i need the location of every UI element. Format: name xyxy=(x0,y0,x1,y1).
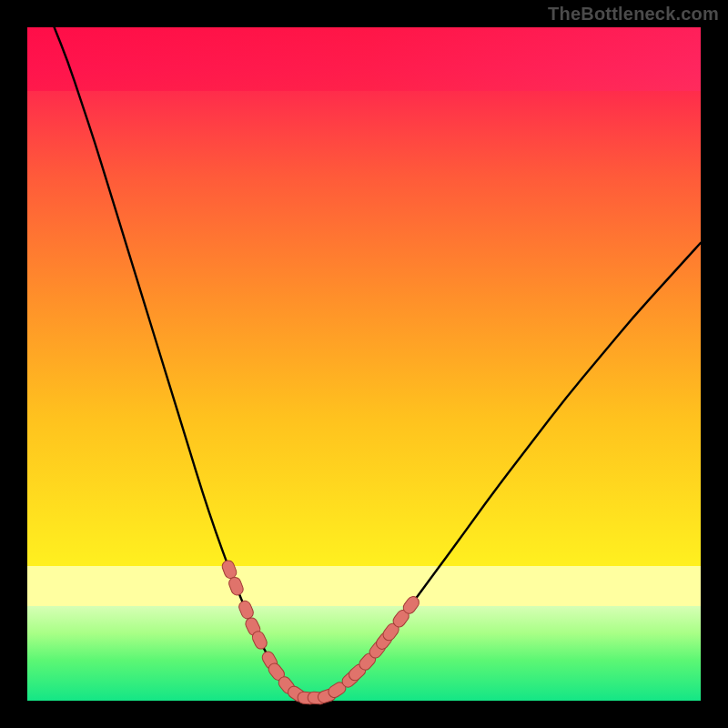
svg-rect-0 xyxy=(27,27,701,701)
svg-rect-1 xyxy=(27,27,701,91)
bottleneck-chart xyxy=(0,0,728,728)
watermark-text: TheBottleneck.com xyxy=(548,4,719,25)
plot-area xyxy=(27,27,701,701)
chart-stage: TheBottleneck.com xyxy=(0,0,728,728)
